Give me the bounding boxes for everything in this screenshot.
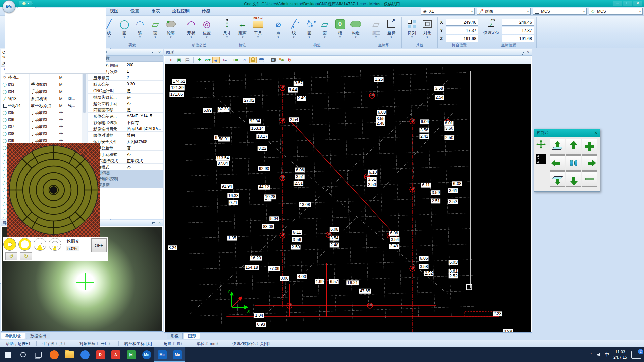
dock-tab-图形[interactable]: 图形	[184, 333, 200, 339]
quick-access-dropdown-icon[interactable]: ▼	[27, 2, 30, 5]
lock-view-icon[interactable]	[249, 57, 257, 63]
users-icon[interactable]	[278, 57, 285, 63]
combo-sensor-mode[interactable]: 影像▼	[477, 8, 531, 15]
tree-row[interactable]: 圆5手动取圆坐	[1, 109, 82, 116]
dock-tab-影像[interactable]: 影像	[167, 333, 183, 339]
start-button[interactable]	[0, 347, 15, 362]
refresh-icon[interactable]	[286, 57, 293, 63]
ribbon-button-annotation-距离[interactable]: 距离▼	[235, 18, 250, 38]
jog-left-button[interactable]	[550, 155, 565, 171]
tree-row[interactable]: 圆4手动取圆M	[1, 88, 82, 95]
browser-orange-icon[interactable]	[46, 347, 62, 362]
tree-row[interactable]: 圆6手动取圆坐	[1, 116, 82, 123]
sector-small-light-button[interactable]	[49, 238, 61, 251]
input-language[interactable]: 中	[605, 352, 609, 358]
tree-row[interactable]: 圆3手动取圆M	[1, 81, 82, 88]
property-value[interactable]: 是	[125, 106, 163, 112]
spreadsheet-green-icon[interactable]: 田	[123, 347, 139, 362]
cad-canvas[interactable]: Y X 174.62121.39171.053.576.442.491.253.…	[165, 64, 531, 332]
ribbon-button-construct-槽[interactable]: 槽▼	[332, 18, 348, 38]
app-logo-button[interactable]: Me	[3, 0, 15, 13]
camera-icon[interactable]	[269, 57, 277, 63]
property-value[interactable]: 200	[125, 62, 163, 68]
property-row[interactable]: 限位对话框禁用	[88, 132, 163, 138]
ribbon-button-construct-构造[interactable]: 构造▼	[348, 18, 363, 38]
tree-row[interactable]: 圆7手动取圆坐	[1, 123, 82, 130]
light-off-button[interactable]: OFF	[91, 238, 107, 252]
rotate-cw-button[interactable]	[20, 252, 32, 260]
property-value[interactable]: 否	[125, 144, 163, 150]
fit-view-icon[interactable]	[175, 57, 183, 63]
app-red-d-icon[interactable]: D	[93, 347, 108, 362]
property-row[interactable]: 影像输出选项不保存	[88, 119, 163, 125]
combo-work-plane[interactable]: MCS▼	[589, 8, 643, 15]
minimize-button[interactable]: ─	[613, 1, 622, 6]
tree-row[interactable]: 移动...M	[1, 74, 82, 81]
property-row[interactable]: 形位公差评...ASME_Y14_5	[88, 113, 163, 119]
property-row[interactable]: 显示精度2	[88, 74, 163, 81]
ribbon-button-elements-轮廓[interactable]: 轮廓▼	[163, 18, 178, 38]
taskbar-clock[interactable]: 11:03 24.7.15	[613, 349, 627, 360]
menu-tab-view[interactable]: 视图	[105, 7, 123, 15]
pin-icon[interactable]	[152, 222, 155, 224]
property-value[interactable]: 是	[125, 94, 163, 100]
jog-down-button[interactable]	[566, 171, 581, 187]
ring-full-light-button[interactable]	[3, 238, 16, 251]
ribbon-button-other-对焦[interactable]: 对焦▼	[420, 18, 435, 38]
ribbon-button-gdt-形状[interactable]: 形状▼	[183, 18, 199, 38]
metus-window-1[interactable]: Me	[154, 347, 170, 362]
select-tool-icon[interactable]	[167, 57, 174, 63]
pause-button[interactable]	[566, 155, 581, 171]
ribbon-button-gdt-位置[interactable]: 位置▼	[199, 18, 214, 38]
property-value[interactable]: [AppPath]\CADPi...	[125, 125, 163, 131]
close-icon[interactable]: ×	[158, 50, 161, 54]
ribbon-button-construct-点[interactable]: 点▼	[271, 18, 286, 38]
tree-row[interactable]: 线13多点构线M圆...	[1, 95, 82, 102]
property-row[interactable]: 超公差转手动否	[88, 100, 163, 106]
close-icon[interactable]: ×	[526, 50, 530, 54]
jog-right-button[interactable]	[582, 155, 597, 171]
ok-confirm-icon[interactable]	[232, 57, 240, 63]
light-value[interactable]: 5.0%	[66, 246, 79, 251]
rotate-ccw-button[interactable]	[5, 252, 17, 260]
ribbon-button-other-阵列[interactable]: 阵列▼	[404, 18, 420, 38]
tree-row[interactable]: 圆8手动取圆坐	[1, 130, 82, 137]
step-plus-button[interactable]	[582, 139, 597, 155]
color-wheel-icon[interactable]	[221, 57, 228, 63]
property-row[interactable]: 默认公差0.30	[88, 81, 163, 87]
ribbon-button-construct-面[interactable]: 面▼	[317, 18, 332, 38]
menu-tab-sensor[interactable]: 传感	[197, 7, 215, 15]
property-value[interactable]: ASME_Y14_5	[125, 113, 163, 119]
property-row[interactable]: 影像输出目录[AppPath]\CADPi...	[88, 125, 163, 132]
ribbon-button-coordsys-摆正[interactable]: 摆正▼	[368, 18, 384, 38]
property-row[interactable]: CNC运行时...是	[88, 87, 163, 94]
pin-icon[interactable]	[521, 52, 524, 53]
ribbon-button-coordsys-坐标[interactable]: 坐标▼	[384, 18, 399, 38]
step-minus-button[interactable]	[582, 171, 597, 187]
property-row[interactable]: 同画面不移...是	[88, 106, 163, 113]
tray-expand-icon[interactable]: ⌃	[590, 353, 593, 357]
search-button[interactable]	[15, 347, 31, 362]
quick-access-icon[interactable]	[22, 2, 26, 5]
console-close-icon[interactable]: ✕	[594, 130, 598, 135]
save-view-icon[interactable]	[258, 57, 265, 63]
pick-mode-icon[interactable]	[212, 57, 220, 63]
console-titlebar[interactable]: 控制台 ✕	[534, 129, 600, 137]
ribbon-button-construct-线[interactable]: 线▼	[286, 18, 302, 38]
scroll-thumb[interactable]	[83, 72, 86, 113]
move-all-icon[interactable]	[536, 140, 546, 149]
menu-tab-report[interactable]: 报表	[147, 7, 165, 15]
task-view-button[interactable]	[31, 347, 46, 362]
property-value[interactable]: 否	[125, 100, 163, 106]
property-value[interactable]: 关闭此功能	[125, 138, 163, 144]
dock-tab-导航影像[interactable]: 导航影像	[1, 333, 25, 339]
pin-icon[interactable]	[152, 52, 155, 53]
sector-large-light-button[interactable]	[34, 238, 46, 251]
menu-tab-settings[interactable]: 设置	[126, 7, 144, 15]
export-view-icon[interactable]	[184, 57, 191, 63]
combo-coord-system[interactable]: MCS▼	[533, 8, 587, 15]
property-value[interactable]: 否	[125, 151, 163, 157]
app-blue-circle-icon[interactable]	[77, 347, 93, 362]
property-value[interactable]: 2	[125, 74, 163, 80]
ring-mid-light-button[interactable]	[18, 238, 31, 251]
